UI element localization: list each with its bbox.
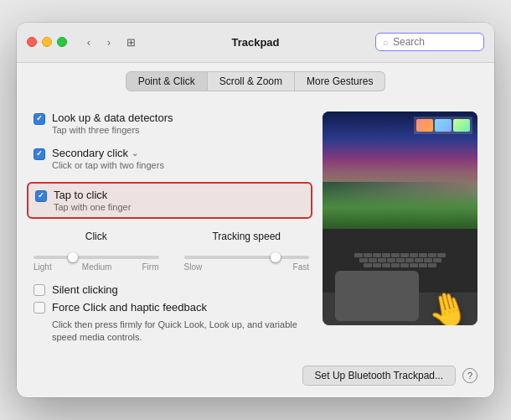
tap-checkbox[interactable]: ✓ (35, 190, 47, 202)
settings-panel: ✓ Look up & data detectors Tap with thre… (34, 111, 309, 345)
kb-key (410, 253, 418, 257)
search-input[interactable] (393, 36, 477, 48)
force-click-checkbox[interactable] (34, 302, 45, 314)
forward-button[interactable]: › (101, 34, 117, 50)
tracking-slider-title: Tracking speed (184, 231, 310, 242)
kb-key (400, 263, 409, 267)
maximize-button[interactable] (57, 37, 67, 47)
nav-buttons: ‹ › (80, 34, 117, 50)
photo-strip (414, 117, 472, 134)
lookup-sublabel: Tap with three fingers (52, 125, 309, 135)
force-click-row: Force Click and haptic feedback (34, 301, 309, 314)
bottom-settings: Silent clicking Force Click and haptic f… (34, 283, 309, 345)
tracking-slider-labels: Slow Fast (184, 262, 310, 272)
trackpad-area: 🤚 (323, 293, 477, 324)
kb-key (396, 258, 405, 262)
help-button[interactable]: ? (462, 368, 477, 383)
setup-bluetooth-button[interactable]: Set Up Bluetooth Trackpad... (302, 366, 456, 386)
click-slider-group: Click Light Medium Firm (34, 231, 159, 272)
tracking-slider[interactable] (184, 256, 310, 259)
kb-key (424, 258, 432, 262)
setting-secondary-click: ✓ Secondary click ⌄ Click or tap with tw… (34, 147, 309, 170)
tap-checkbox-container: ✓ (35, 190, 47, 202)
kb-key (364, 263, 372, 267)
click-label-firm: Firm (142, 262, 158, 272)
tap-label: Tap to click (54, 189, 304, 201)
trackpad-rectangle (335, 271, 419, 321)
kb-key (405, 258, 414, 262)
click-label-medium: Medium (82, 262, 112, 272)
back-button[interactable]: ‹ (80, 34, 97, 50)
kb-key (359, 258, 368, 262)
secondary-label: Secondary click ⌄ (52, 147, 309, 159)
secondary-text: Secondary click ⌄ Click or tap with two … (52, 147, 309, 170)
force-click-description: Click then press firmly for Quick Look, … (52, 319, 309, 345)
kb-key (437, 253, 446, 257)
silent-clicking-label: Silent clicking (52, 283, 118, 296)
kb-key (419, 253, 427, 257)
tabs-bar: Point & Click Scroll & Zoom More Gesture… (17, 63, 494, 98)
grid-icon: ⊞ (124, 35, 137, 49)
preview-image: 🤚 (323, 111, 477, 325)
tracking-slider-group: Tracking speed Slow Fast (184, 231, 310, 272)
kb-key (415, 258, 423, 262)
kb-key (391, 263, 400, 267)
tap-sublabel: Tap with one finger (54, 202, 304, 212)
minimize-button[interactable] (42, 37, 52, 47)
photo-thumb-3 (453, 119, 470, 132)
secondary-checkbox[interactable]: ✓ (34, 148, 45, 160)
preview-photo (323, 111, 477, 229)
kb-key (354, 253, 363, 257)
kb-key (419, 263, 427, 267)
kb-key (428, 253, 436, 257)
kb-key (373, 263, 381, 267)
lookup-checkbox[interactable]: ✓ (34, 113, 45, 125)
preview-area: 🤚 (323, 111, 477, 345)
silent-clicking-row: Silent clicking (34, 283, 309, 296)
kb-key (433, 258, 441, 262)
sliders-section: Click Light Medium Firm Tracking speed S… (34, 231, 309, 272)
lookup-label: Look up & data detectors (52, 111, 309, 124)
content-area: ✓ Look up & data detectors Tap with thre… (17, 98, 494, 358)
secondary-sublabel: Click or tap with two fingers (52, 160, 309, 170)
click-slider-title: Click (34, 231, 159, 242)
kb-key (369, 258, 377, 262)
photo-thumb-2 (435, 119, 452, 132)
check-icon: ✓ (36, 150, 43, 158)
kb-key (410, 263, 418, 267)
force-click-label: Force Click and haptic feedback (52, 301, 207, 314)
keyboard-rows (330, 253, 470, 268)
click-label-light: Light (34, 262, 52, 272)
check-icon: ✓ (36, 115, 43, 122)
traffic-lights (27, 37, 67, 47)
search-icon: ⌕ (383, 37, 389, 47)
setting-lookup: ✓ Look up & data detectors Tap with thre… (34, 111, 309, 135)
lookup-checkbox-container: ✓ (34, 113, 45, 125)
kb-row-1 (330, 253, 470, 257)
click-slider-labels: Light Medium Firm (34, 262, 159, 272)
tab-scroll-zoom[interactable]: Scroll & Zoom (208, 71, 295, 91)
window-title: Trackpad (231, 36, 279, 49)
lookup-text: Look up & data detectors Tap with three … (52, 111, 309, 135)
window: ‹ › ⊞ Trackpad ⌕ Point & Click Scroll & … (17, 23, 494, 398)
search-box[interactable]: ⌕ (375, 33, 484, 51)
kb-row-3 (330, 263, 470, 267)
close-button[interactable] (27, 37, 37, 47)
kb-key (378, 258, 386, 262)
kb-key (428, 263, 436, 267)
kb-row-2 (330, 258, 470, 262)
setting-tap-to-click: ✓ Tap to click Tap with one finger (27, 182, 312, 219)
kb-key (391, 253, 400, 257)
secondary-dropdown-arrow[interactable]: ⌄ (132, 148, 138, 158)
click-slider[interactable] (34, 256, 159, 259)
photo-thumb-1 (416, 119, 433, 132)
kb-key (382, 263, 390, 267)
tab-more-gestures[interactable]: More Gestures (295, 71, 385, 91)
silent-clicking-checkbox[interactable] (34, 284, 45, 296)
kb-key (364, 253, 372, 257)
check-icon: ✓ (38, 192, 44, 200)
tab-point-click[interactable]: Point & Click (126, 71, 208, 91)
kb-key (373, 253, 381, 257)
tap-text: Tap to click Tap with one finger (54, 189, 304, 212)
tracking-label-fast: Fast (293, 262, 309, 272)
